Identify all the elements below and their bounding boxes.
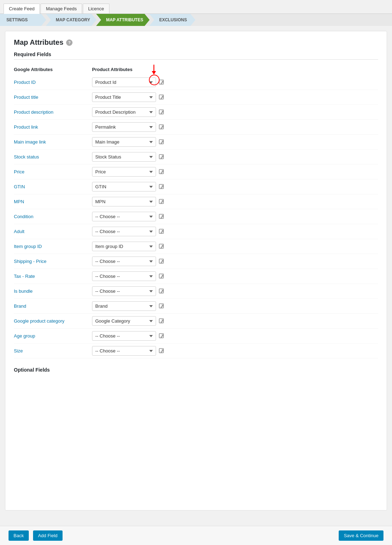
- product-attribute-select[interactable]: Permalink-- Choose --: [92, 122, 156, 132]
- attribute-row: Condition-- Choose --: [14, 209, 378, 224]
- edit-icon[interactable]: [158, 79, 165, 86]
- attribute-row: Google product categoryGoogle Category--…: [14, 314, 378, 329]
- wizard-step-map-attributes[interactable]: MAP ATTRIBUTES: [96, 14, 149, 26]
- google-attribute-label: Is bundle: [14, 288, 92, 294]
- product-attribute-select[interactable]: Product IdProduct TitleProduct Descripti…: [92, 77, 156, 87]
- attribute-row: Age group-- Choose --: [14, 329, 378, 344]
- edit-icon[interactable]: [158, 124, 165, 131]
- attribute-row: GTINGTIN-- Choose --: [14, 179, 378, 194]
- attribute-row: Tax - Rate-- Choose --: [14, 269, 378, 284]
- google-attribute-label: Product description: [14, 109, 92, 115]
- product-attribute-select[interactable]: Product DescriptionProduct TitleProduct …: [92, 107, 156, 117]
- divider: [14, 59, 378, 60]
- product-id-select-wrapper: Product IdProduct TitleProduct Descripti…: [92, 77, 156, 87]
- google-attribute-label: Main image link: [14, 139, 92, 145]
- edit-icon[interactable]: [158, 228, 165, 235]
- edit-icon[interactable]: [158, 288, 165, 295]
- google-attribute-label: Size: [14, 348, 92, 354]
- product-attribute-select[interactable]: -- Choose --: [92, 271, 156, 281]
- google-attribute-label: Age group: [14, 333, 92, 339]
- edit-icon[interactable]: [158, 94, 165, 101]
- column-headers: Google Attributes Product Attributes: [14, 65, 378, 75]
- attribute-row: Main image linkMain Image-- Choose --: [14, 135, 378, 150]
- google-attribute-label: Tax - Rate: [14, 274, 92, 279]
- edit-icon[interactable]: [158, 273, 165, 280]
- edit-icon[interactable]: [158, 318, 165, 325]
- attribute-row: Size-- Choose --: [14, 344, 378, 358]
- google-attribute-label: Stock status: [14, 154, 92, 160]
- tab-licence[interactable]: Licence: [83, 4, 109, 14]
- edit-icon[interactable]: [158, 303, 165, 310]
- edit-icon[interactable]: [158, 198, 165, 205]
- help-icon[interactable]: ?: [66, 39, 73, 46]
- product-attribute-select[interactable]: Main Image-- Choose --: [92, 137, 156, 147]
- edit-icon[interactable]: [158, 109, 165, 116]
- tab-create-feed[interactable]: Create Feed: [4, 4, 40, 14]
- attribute-row: Product IDProduct IdProduct TitleProduct…: [14, 75, 378, 90]
- product-attribute-select[interactable]: Product TitleProduct IdProduct Descripti…: [92, 92, 156, 102]
- google-attribute-label: Item group ID: [14, 244, 92, 249]
- edit-icon[interactable]: [158, 243, 165, 250]
- product-attribute-select[interactable]: -- Choose --: [92, 212, 156, 221]
- attribute-row: Shipping - Price-- Choose --: [14, 254, 378, 269]
- wizard-step-settings[interactable]: SETTINGS: [0, 14, 46, 26]
- product-attribute-select[interactable]: Item group ID-- Choose --: [92, 242, 156, 251]
- wizard-step-exclusions[interactable]: EXCLUSIONS: [149, 14, 195, 26]
- product-attribute-select[interactable]: Price-- Choose --: [92, 167, 156, 177]
- wizard-bar: SETTINGSMAP CATEGORYMAP ATTRIBUTESEXCLUS…: [0, 14, 392, 26]
- google-attribute-label: Adult: [14, 229, 92, 234]
- google-attribute-label: Brand: [14, 303, 92, 309]
- edit-icon[interactable]: [158, 347, 165, 355]
- product-attribute-select[interactable]: -- Choose --: [92, 331, 156, 341]
- product-attribute-select[interactable]: -- Choose --: [92, 257, 156, 266]
- attribute-row: PricePrice-- Choose --: [14, 164, 378, 179]
- product-attribute-select[interactable]: -- Choose --: [92, 346, 156, 356]
- google-attribute-label: Product link: [14, 124, 92, 130]
- attribute-row: Is bundle-- Choose --: [14, 284, 378, 299]
- product-attribute-select[interactable]: -- Choose --: [92, 286, 156, 296]
- edit-icon[interactable]: [158, 258, 165, 265]
- google-attribute-label: Google product category: [14, 318, 92, 324]
- col-google-header: Google Attributes: [14, 67, 92, 72]
- google-attribute-label: Product title: [14, 95, 92, 100]
- attribute-row: Product linkPermalink-- Choose --: [14, 120, 378, 135]
- product-attribute-select[interactable]: Stock Status-- Choose --: [92, 152, 156, 162]
- tab-manage-feeds[interactable]: Manage Feeds: [41, 4, 82, 14]
- page-title: Map Attributes: [14, 38, 63, 47]
- google-attribute-label: MPN: [14, 199, 92, 204]
- attribute-row: MPNMPN-- Choose --: [14, 194, 378, 209]
- col-product-header: Product Attributes: [92, 67, 378, 72]
- google-attribute-label: GTIN: [14, 184, 92, 189]
- edit-icon[interactable]: [158, 153, 165, 161]
- attribute-row: Item group IDItem group ID-- Choose --: [14, 239, 378, 254]
- google-attribute-label: Price: [14, 169, 92, 174]
- main-container: Map Attributes ? Required Fields Google …: [5, 31, 387, 511]
- optional-section-title: Optional Fields: [14, 367, 378, 373]
- edit-icon[interactable]: [158, 168, 165, 176]
- product-attribute-select[interactable]: GTIN-- Choose --: [92, 182, 156, 191]
- attribute-row: Product titleProduct TitleProduct IdProd…: [14, 90, 378, 105]
- attribute-row: Stock statusStock Status-- Choose --: [14, 150, 378, 164]
- edit-icon[interactable]: [158, 139, 165, 146]
- top-tabs: Create FeedManage FeedsLicence: [0, 0, 392, 14]
- edit-icon[interactable]: [158, 183, 165, 190]
- product-attribute-select[interactable]: -- Choose --: [92, 227, 156, 236]
- product-attribute-select[interactable]: MPN-- Choose --: [92, 197, 156, 206]
- google-attribute-label: Condition: [14, 214, 92, 219]
- attribute-row: Product descriptionProduct DescriptionPr…: [14, 105, 378, 120]
- attribute-row: Adult-- Choose --: [14, 224, 378, 239]
- google-attribute-label: Shipping - Price: [14, 259, 92, 264]
- attribute-row: BrandBrand-- Choose --: [14, 299, 378, 314]
- edit-icon[interactable]: [158, 213, 165, 220]
- edit-icon[interactable]: [158, 333, 165, 340]
- product-attribute-select[interactable]: Brand-- Choose --: [92, 301, 156, 311]
- product-attribute-select[interactable]: Google Category-- Choose --: [92, 316, 156, 326]
- wizard-step-map-category[interactable]: MAP CATEGORY: [46, 14, 96, 26]
- required-section-title: Required Fields: [14, 52, 378, 57]
- google-attribute-label: Product ID: [14, 80, 92, 85]
